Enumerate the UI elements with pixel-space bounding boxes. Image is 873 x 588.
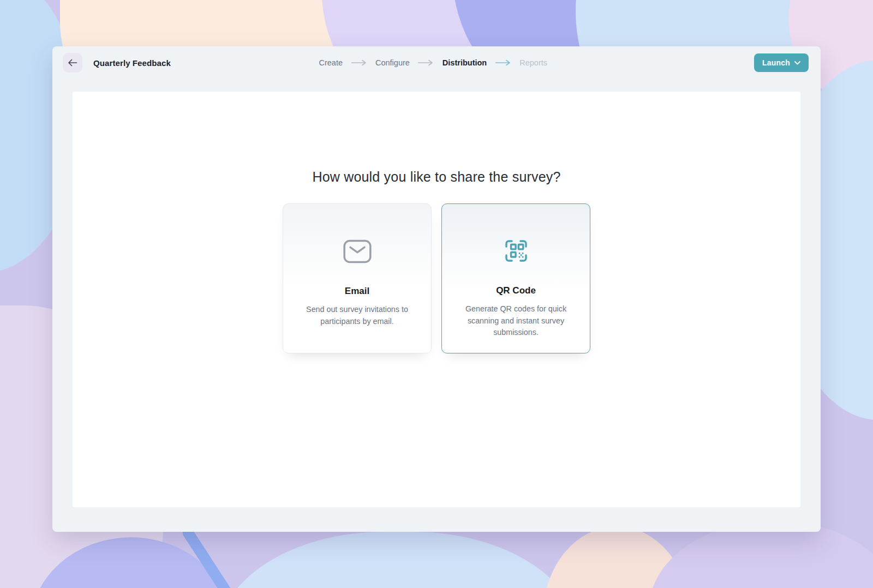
topbar: Quarterly Feedback Create Configure Dist… bbox=[52, 46, 821, 79]
qr-code-icon bbox=[442, 236, 590, 266]
envelope-icon bbox=[283, 237, 431, 266]
option-description: Send out survey invitations to participa… bbox=[301, 304, 414, 327]
step-reports[interactable]: Reports bbox=[519, 58, 547, 67]
option-qr-code[interactable]: QR Code Generate QR codes for quick scan… bbox=[441, 203, 590, 353]
step-create[interactable]: Create bbox=[319, 58, 343, 67]
option-description: Generate QR codes for quick scanning and… bbox=[459, 303, 573, 339]
back-button[interactable] bbox=[63, 53, 82, 73]
desktop-background: Quarterly Feedback Create Configure Dist… bbox=[0, 0, 873, 588]
background-blob bbox=[217, 532, 580, 588]
launch-button[interactable]: Launch bbox=[754, 53, 809, 72]
topbar-left: Quarterly Feedback bbox=[63, 53, 171, 73]
step-configure[interactable]: Configure bbox=[375, 58, 410, 67]
step-distribution[interactable]: Distribution bbox=[443, 58, 487, 67]
content-card: How would you like to share the survey? … bbox=[73, 92, 800, 507]
step-arrow-icon bbox=[418, 59, 434, 66]
arrow-left-icon bbox=[68, 59, 77, 67]
step-arrow-icon bbox=[351, 59, 367, 66]
page-heading: How would you like to share the survey? bbox=[73, 169, 800, 185]
step-arrow-active-icon bbox=[495, 59, 511, 66]
option-email[interactable]: Email Send out survey invitations to par… bbox=[283, 203, 432, 353]
stepper: Create Configure Distribution Reports bbox=[319, 46, 547, 79]
app-window: Quarterly Feedback Create Configure Dist… bbox=[52, 46, 821, 532]
chevron-down-icon bbox=[794, 61, 800, 65]
option-title: Email bbox=[283, 286, 431, 297]
option-title: QR Code bbox=[442, 285, 590, 296]
launch-button-label: Launch bbox=[762, 58, 790, 67]
page-title: Quarterly Feedback bbox=[93, 58, 171, 68]
share-options: Email Send out survey invitations to par… bbox=[73, 203, 800, 353]
